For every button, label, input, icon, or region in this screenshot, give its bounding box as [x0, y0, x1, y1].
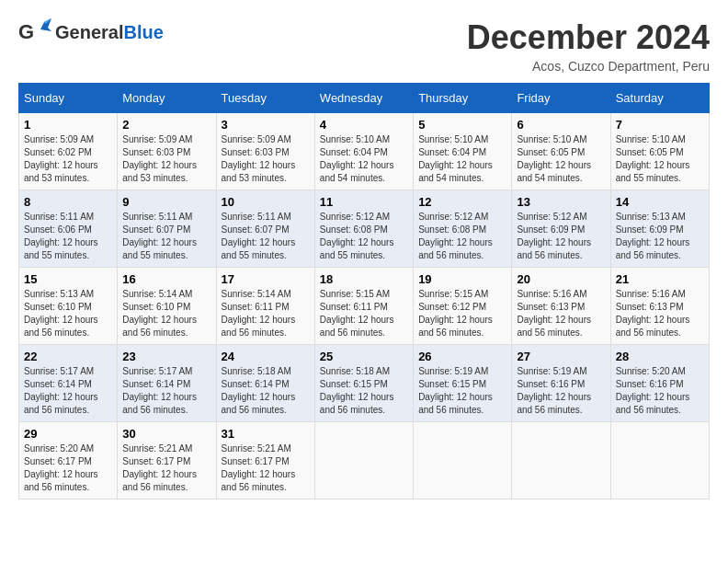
calendar-cell: 10Sunrise: 5:11 AM Sunset: 6:07 PM Dayli…	[216, 190, 314, 268]
title-area: December 2024 Acos, Cuzco Department, Pe…	[467, 18, 710, 74]
header-day: Monday	[118, 84, 216, 113]
day-number: 17	[222, 272, 310, 286]
day-number: 24	[222, 350, 310, 363]
day-info: Sunrise: 5:17 AM Sunset: 6:14 PM Dayligh…	[122, 365, 210, 417]
day-number: 11	[320, 195, 408, 209]
day-info: Sunrise: 5:10 AM Sunset: 6:04 PM Dayligh…	[320, 133, 408, 185]
day-number: 1	[24, 118, 112, 132]
calendar-cell: 16Sunrise: 5:14 AM Sunset: 6:10 PM Dayli…	[118, 268, 216, 345]
calendar-cell: 7Sunrise: 5:10 AM Sunset: 6:05 PM Daylig…	[610, 113, 709, 190]
calendar-week: 22Sunrise: 5:17 AM Sunset: 6:14 PM Dayli…	[19, 345, 710, 422]
calendar-week: 8Sunrise: 5:11 AM Sunset: 6:06 PM Daylig…	[19, 190, 710, 268]
calendar-cell: 27Sunrise: 5:19 AM Sunset: 6:16 PM Dayli…	[512, 345, 610, 422]
day-info: Sunrise: 5:10 AM Sunset: 6:04 PM Dayligh…	[418, 133, 506, 185]
day-number: 6	[517, 118, 605, 132]
header-day: Saturday	[610, 84, 709, 113]
day-number: 13	[517, 195, 605, 209]
day-info: Sunrise: 5:15 AM Sunset: 6:11 PM Dayligh…	[320, 288, 408, 339]
calendar-cell: 14Sunrise: 5:13 AM Sunset: 6:09 PM Dayli…	[610, 190, 709, 268]
day-info: Sunrise: 5:10 AM Sunset: 6:05 PM Dayligh…	[616, 133, 704, 185]
calendar-cell: 1Sunrise: 5:09 AM Sunset: 6:02 PM Daylig…	[19, 113, 118, 190]
day-number: 9	[122, 195, 210, 209]
svg-text:G: G	[18, 20, 34, 43]
calendar-cell: 19Sunrise: 5:15 AM Sunset: 6:12 PM Dayli…	[414, 268, 512, 345]
day-info: Sunrise: 5:17 AM Sunset: 6:14 PM Dayligh…	[24, 365, 112, 417]
day-number: 15	[24, 272, 112, 286]
day-info: Sunrise: 5:12 AM Sunset: 6:08 PM Dayligh…	[320, 211, 408, 262]
day-number: 18	[320, 272, 408, 286]
logo: G GeneralBlue	[18, 18, 164, 46]
day-info: Sunrise: 5:18 AM Sunset: 6:14 PM Dayligh…	[222, 365, 310, 417]
calendar-week: 1Sunrise: 5:09 AM Sunset: 6:02 PM Daylig…	[19, 113, 710, 190]
day-number: 26	[418, 350, 506, 363]
calendar-cell: 4Sunrise: 5:10 AM Sunset: 6:04 PM Daylig…	[314, 113, 413, 190]
day-info: Sunrise: 5:11 AM Sunset: 6:06 PM Dayligh…	[24, 211, 112, 262]
day-number: 7	[616, 118, 704, 132]
calendar-cell: 28Sunrise: 5:20 AM Sunset: 6:16 PM Dayli…	[610, 345, 709, 422]
logo-blue: Blue	[123, 22, 163, 42]
day-number: 22	[24, 350, 112, 363]
day-info: Sunrise: 5:09 AM Sunset: 6:02 PM Dayligh…	[24, 133, 112, 185]
day-number: 23	[122, 350, 210, 363]
day-info: Sunrise: 5:15 AM Sunset: 6:12 PM Dayligh…	[418, 288, 506, 339]
calendar-cell: 25Sunrise: 5:18 AM Sunset: 6:15 PM Dayli…	[314, 345, 413, 422]
calendar-table: SundayMondayTuesdayWednesdayThursdayFrid…	[18, 83, 710, 500]
day-info: Sunrise: 5:21 AM Sunset: 6:17 PM Dayligh…	[122, 442, 210, 494]
logo-icon: G	[18, 18, 51, 46]
day-info: Sunrise: 5:09 AM Sunset: 6:03 PM Dayligh…	[222, 133, 310, 185]
day-info: Sunrise: 5:11 AM Sunset: 6:07 PM Dayligh…	[122, 211, 210, 262]
calendar-cell: 22Sunrise: 5:17 AM Sunset: 6:14 PM Dayli…	[19, 345, 118, 422]
calendar-cell: 26Sunrise: 5:19 AM Sunset: 6:15 PM Dayli…	[414, 345, 512, 422]
day-number: 2	[122, 118, 210, 132]
calendar-cell: 15Sunrise: 5:13 AM Sunset: 6:10 PM Dayli…	[19, 268, 118, 345]
header: G GeneralBlue December 2024 Acos, Cuzco …	[18, 18, 710, 74]
calendar-cell: 5Sunrise: 5:10 AM Sunset: 6:04 PM Daylig…	[414, 113, 512, 190]
location: Acos, Cuzco Department, Peru	[467, 59, 710, 74]
day-number: 3	[222, 118, 310, 132]
calendar-cell: 24Sunrise: 5:18 AM Sunset: 6:14 PM Dayli…	[216, 345, 314, 422]
calendar-cell: 29Sunrise: 5:20 AM Sunset: 6:17 PM Dayli…	[19, 422, 118, 500]
calendar-cell: 21Sunrise: 5:16 AM Sunset: 6:13 PM Dayli…	[610, 268, 709, 345]
header-day: Thursday	[414, 84, 512, 113]
day-info: Sunrise: 5:13 AM Sunset: 6:09 PM Dayligh…	[616, 211, 704, 262]
day-number: 8	[24, 195, 112, 209]
header-day: Wednesday	[314, 84, 413, 113]
day-info: Sunrise: 5:13 AM Sunset: 6:10 PM Dayligh…	[24, 288, 112, 339]
day-info: Sunrise: 5:19 AM Sunset: 6:15 PM Dayligh…	[418, 365, 506, 417]
day-number: 4	[320, 118, 408, 132]
calendar-cell: 20Sunrise: 5:16 AM Sunset: 6:13 PM Dayli…	[512, 268, 610, 345]
day-number: 10	[222, 195, 310, 209]
day-number: 31	[222, 427, 310, 441]
day-number: 20	[517, 272, 605, 286]
header-day: Friday	[512, 84, 610, 113]
calendar-cell: 18Sunrise: 5:15 AM Sunset: 6:11 PM Dayli…	[314, 268, 413, 345]
calendar-cell: 13Sunrise: 5:12 AM Sunset: 6:09 PM Dayli…	[512, 190, 610, 268]
day-info: Sunrise: 5:20 AM Sunset: 6:16 PM Dayligh…	[616, 365, 704, 417]
day-info: Sunrise: 5:10 AM Sunset: 6:05 PM Dayligh…	[517, 133, 605, 185]
calendar-cell: 12Sunrise: 5:12 AM Sunset: 6:08 PM Dayli…	[414, 190, 512, 268]
header-row: SundayMondayTuesdayWednesdayThursdayFrid…	[19, 84, 710, 113]
header-day: Sunday	[19, 84, 118, 113]
day-info: Sunrise: 5:19 AM Sunset: 6:16 PM Dayligh…	[517, 365, 605, 417]
calendar-week: 29Sunrise: 5:20 AM Sunset: 6:17 PM Dayli…	[19, 422, 710, 500]
calendar-cell	[610, 422, 709, 500]
header-day: Tuesday	[216, 84, 314, 113]
day-info: Sunrise: 5:12 AM Sunset: 6:08 PM Dayligh…	[418, 211, 506, 262]
day-number: 12	[418, 195, 506, 209]
day-number: 27	[517, 350, 605, 363]
calendar-cell	[314, 422, 413, 500]
month-title: December 2024	[467, 18, 710, 57]
day-info: Sunrise: 5:12 AM Sunset: 6:09 PM Dayligh…	[517, 211, 605, 262]
day-info: Sunrise: 5:14 AM Sunset: 6:10 PM Dayligh…	[122, 288, 210, 339]
logo-general: General	[55, 22, 123, 42]
calendar-cell: 11Sunrise: 5:12 AM Sunset: 6:08 PM Dayli…	[314, 190, 413, 268]
calendar-cell: 8Sunrise: 5:11 AM Sunset: 6:06 PM Daylig…	[19, 190, 118, 268]
calendar-cell: 23Sunrise: 5:17 AM Sunset: 6:14 PM Dayli…	[118, 345, 216, 422]
calendar-week: 15Sunrise: 5:13 AM Sunset: 6:10 PM Dayli…	[19, 268, 710, 345]
day-info: Sunrise: 5:18 AM Sunset: 6:15 PM Dayligh…	[320, 365, 408, 417]
day-number: 19	[418, 272, 506, 286]
calendar-cell: 9Sunrise: 5:11 AM Sunset: 6:07 PM Daylig…	[118, 190, 216, 268]
day-number: 29	[24, 427, 112, 441]
day-number: 28	[616, 350, 704, 363]
day-info: Sunrise: 5:21 AM Sunset: 6:17 PM Dayligh…	[222, 442, 310, 494]
